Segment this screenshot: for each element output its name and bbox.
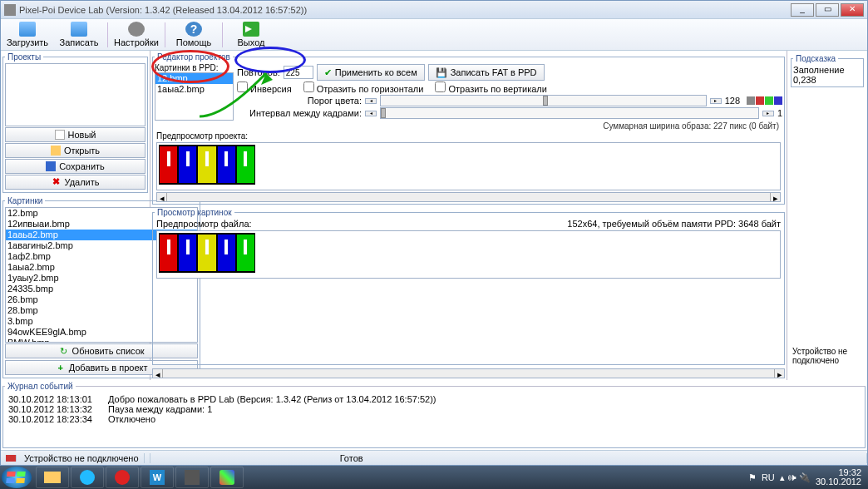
- disk-icon: [46, 161, 56, 171]
- app-icon: [4, 4, 16, 16]
- exit-button[interactable]: Выход: [228, 22, 274, 47]
- projects-list[interactable]: [5, 63, 145, 126]
- threshold-spin-right[interactable]: ▸: [710, 98, 722, 104]
- inversion-checkbox[interactable]: [237, 82, 248, 92]
- task-app1[interactable]: [175, 467, 209, 488]
- window-title: Pixel-Poi Device Lab (Version: 1.3.42 (R…: [19, 5, 791, 15]
- log-row: 30.10.2012 18:13:32Пауза между кадрами: …: [8, 404, 860, 414]
- task-paint[interactable]: [210, 467, 244, 488]
- summary-label: Суммарная ширина образа: 227 пикс (0 бай…: [155, 121, 782, 131]
- task-explorer[interactable]: [36, 467, 69, 488]
- save-button[interactable]: Записать: [56, 22, 102, 47]
- fill-label: Заполнение 0,238: [793, 65, 861, 85]
- editor-legend: Редактор проектов: [155, 52, 233, 62]
- plus-icon: +: [56, 363, 66, 373]
- hint-legend: Подсказка: [793, 54, 838, 63]
- delete-project-button[interactable]: ✖Удалить: [5, 175, 145, 190]
- log-row: 30.10.2012 18:23:34Отключено: [8, 414, 860, 424]
- new-project-button[interactable]: Новый: [5, 127, 145, 142]
- projects-panel: Проекты Новый Открыть Сохранить ✖Удалить: [2, 52, 148, 193]
- projects-legend: Проекты: [5, 52, 43, 62]
- ppd-list-label: Картинки в PPD:: [155, 63, 234, 72]
- h-scroll[interactable]: ◂▸: [156, 192, 781, 202]
- interval-spin-left[interactable]: ◂: [365, 111, 377, 116]
- load-button[interactable]: Загрузить: [4, 22, 51, 47]
- maximize-button[interactable]: ▭: [816, 3, 839, 17]
- threshold-slider[interactable]: [380, 95, 707, 106]
- images-legend: Картинки: [5, 196, 45, 205]
- start-button[interactable]: [2, 467, 32, 488]
- minimize-button[interactable]: _: [791, 3, 814, 17]
- task-opera[interactable]: [106, 467, 139, 488]
- task-word[interactable]: W: [141, 467, 174, 488]
- flip-h-checkbox[interactable]: [303, 82, 314, 92]
- interval-label: Интервал между кадрами:: [237, 108, 362, 118]
- help-button[interactable]: ?Помощь: [170, 22, 217, 47]
- preview-file-area: [156, 230, 781, 279]
- check-icon: ✔: [324, 67, 332, 78]
- preview-project-area: [156, 142, 781, 190]
- left-column: Проекты Новый Открыть Сохранить ✖Удалить…: [1, 51, 150, 380]
- taskbar[interactable]: W ⚑ RU ▴ 🕪 🔌 19:3230.10.2012: [0, 466, 868, 489]
- threshold-value: 128: [725, 96, 740, 106]
- preview-project-label: Предпросмотр проекта:: [155, 131, 782, 141]
- title-bar: Pixel-Poi Device Lab (Version: 1.3.42 (R…: [1, 1, 867, 19]
- center-column: Редактор проектов Картинки в PPD: 12.bmp…: [150, 51, 787, 380]
- disk-icon: 💾: [436, 67, 447, 78]
- log-panel: Журнал событий 30.10.2012 18:13:01Добро …: [2, 382, 866, 448]
- lang-indicator[interactable]: RU: [762, 472, 775, 482]
- delete-icon: ✖: [52, 177, 62, 187]
- write-fat-button[interactable]: 💾Записать FAT в PPD: [428, 64, 545, 81]
- close-button[interactable]: ✕: [841, 3, 864, 17]
- file-info-label: 152x64, требуемый объём памяти PPD: 3648…: [567, 219, 781, 229]
- task-skype[interactable]: [71, 467, 104, 488]
- tray-icons[interactable]: ▴ 🕪 🔌: [780, 472, 811, 483]
- refresh-icon: ↻: [59, 346, 69, 356]
- settings-button[interactable]: Настройки: [113, 22, 160, 47]
- log-row: 30.10.2012 18:13:01Добро пожаловать в PP…: [8, 394, 860, 404]
- palette-swatches: [747, 96, 782, 105]
- interval-value: 1: [777, 108, 782, 118]
- repeats-input[interactable]: [284, 66, 313, 79]
- ppd-list[interactable]: 12.bmp1аыа2.bmp: [155, 72, 234, 121]
- viewer-legend: Просмотр картинок: [155, 208, 234, 217]
- editor-panel: Редактор проектов Картинки в PPD: 12.bmp…: [152, 52, 785, 205]
- interval-spin-right[interactable]: ▸: [762, 111, 774, 116]
- system-tray[interactable]: ⚑ RU ▴ 🕪 🔌 19:3230.10.2012: [748, 468, 866, 487]
- viewer-panel: Просмотр картинок Предпросмотр файла: 15…: [152, 208, 785, 365]
- log-legend: Журнал событий: [5, 382, 76, 391]
- threshold-label: Порог цвета:: [237, 96, 362, 106]
- clock[interactable]: 19:3230.10.2012: [816, 468, 861, 487]
- h-scroll-viewer[interactable]: ◂▸: [152, 368, 785, 378]
- device-status-label: Устройство не подключено: [792, 347, 862, 365]
- right-column: Подсказка Заполнение 0,238 Устройство не…: [787, 51, 867, 380]
- status-bar: Устройство не подключено Готов: [1, 450, 867, 465]
- threshold-spin-left[interactable]: ◂: [365, 98, 377, 104]
- interval-slider[interactable]: [380, 107, 759, 119]
- log-list[interactable]: 30.10.2012 18:13:01Добро пожаловать в PP…: [5, 393, 863, 426]
- status-ready: Готов: [335, 453, 867, 463]
- status-device: Устройство не подключено: [1, 453, 150, 463]
- save-project-button[interactable]: Сохранить: [5, 159, 145, 174]
- main-toolbar: Загрузить Записать Настройки ?Помощь Вых…: [1, 19, 867, 51]
- flip-v-checkbox[interactable]: [435, 82, 446, 92]
- open-project-button[interactable]: Открыть: [5, 143, 145, 158]
- file-icon: [55, 130, 65, 140]
- apply-all-button[interactable]: ✔Применить ко всем: [317, 64, 425, 81]
- hint-panel: Подсказка Заполнение 0,238: [791, 54, 864, 87]
- list-item[interactable]: 12.bmp: [155, 73, 233, 84]
- preview-file-label: Предпросмотр файла:: [156, 219, 252, 229]
- list-item[interactable]: 1аыа2.bmp: [155, 84, 233, 95]
- folder-icon: [51, 146, 61, 156]
- repeats-label: Повторов:: [237, 67, 280, 77]
- flag-icon[interactable]: ⚑: [748, 472, 757, 483]
